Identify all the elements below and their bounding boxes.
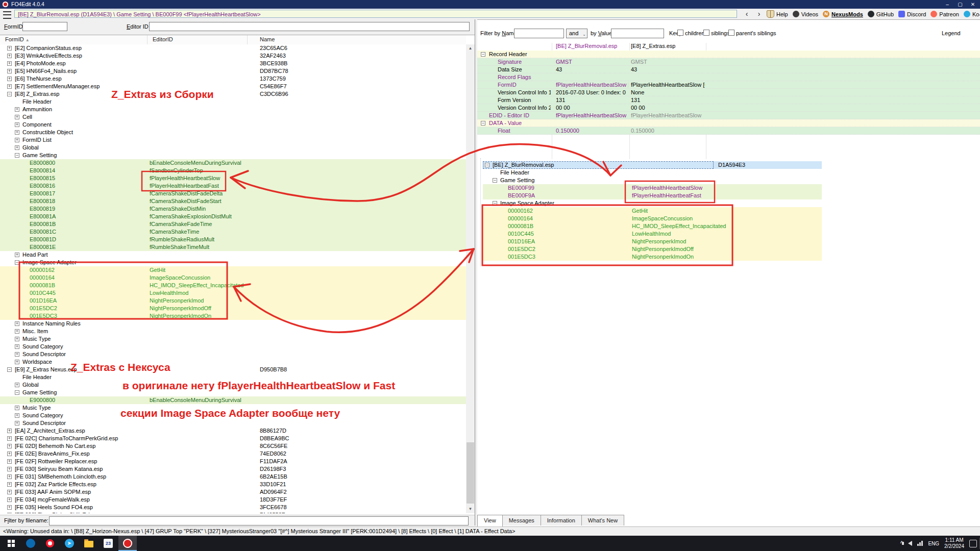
- expand-icon[interactable]: +: [15, 383, 19, 387]
- tree-row[interactable]: File Header: [0, 373, 466, 381]
- tree-row[interactable]: +Worldspace: [0, 358, 466, 366]
- tree-row[interactable]: +[FE 030] Seiryuu Beam Katana.espD26198F…: [0, 465, 466, 473]
- tree-row[interactable]: +[FE 02F] Rottweiler Replacer.espF11DAF2…: [0, 458, 466, 465]
- tree-row[interactable]: +Constructible Object: [0, 129, 466, 136]
- tab-what-s-new[interactable]: What's New: [581, 515, 624, 525]
- tree-row[interactable]: +[FE 035] Heels Sound FO4.esp3FCE6678: [0, 504, 466, 511]
- collapse-icon[interactable]: −: [15, 153, 19, 158]
- maximize-button[interactable]: ▢: [954, 1, 966, 8]
- tree-row[interactable]: +Sound Descriptor: [0, 419, 466, 427]
- tree-row[interactable]: −[E8] Z_Extras.espC3DC6B96: [0, 90, 466, 98]
- record-row[interactable]: EDID - Editor IDfPlayerHealthHeartbeatSl…: [477, 112, 980, 119]
- tree-row[interactable]: +[FE 033] AAF Anim SOPM.espAD0964F2: [0, 488, 466, 496]
- collapse-icon[interactable]: −: [493, 178, 497, 183]
- expand-icon[interactable]: +: [15, 344, 19, 349]
- tab-messages[interactable]: Messages: [502, 515, 541, 525]
- toolbar-link-videos[interactable]: Videos: [793, 11, 818, 17]
- tree-row[interactable]: 00000164ImageSpaceConcussion: [0, 274, 466, 282]
- volume-icon[interactable]: [908, 541, 912, 546]
- tree-row[interactable]: 00000162GetHit: [0, 266, 466, 274]
- column-header-formid[interactable]: FormID ▲: [5, 36, 30, 42]
- tree-row[interactable]: 001E5DC3NightPersonperkImodOn: [0, 312, 466, 320]
- record-row[interactable]: FormIDfPlayerHealthHeartbeatSlow [G...fP…: [477, 81, 980, 89]
- tree-row[interactable]: +Sound Descriptor: [0, 350, 466, 358]
- tree-row[interactable]: +Music Type: [0, 404, 466, 412]
- tree-row[interactable]: File Header: [0, 98, 466, 106]
- expand-icon[interactable]: +: [15, 145, 19, 150]
- expand-icon[interactable]: +: [7, 505, 12, 510]
- tab-view[interactable]: View: [477, 515, 503, 527]
- tree-row[interactable]: +[E4] PhotoMode.esp3BCE938B: [0, 60, 466, 67]
- pasted-tree-row[interactable]: −Image Space Adapter: [0, 199, 980, 207]
- record-column-plugin-1[interactable]: [BE] Z_BlurRemoval.esp: [556, 43, 617, 49]
- nav-back-button[interactable]: ‹: [741, 9, 752, 18]
- tree-row[interactable]: +[FE 02D] Behemoth No Cart.esp8C6C56FE: [0, 442, 466, 450]
- tree-row[interactable]: +Component: [0, 121, 466, 129]
- tree-row[interactable]: +[FE 032] Zaz Particle Effects.esp33D10F…: [0, 481, 466, 488]
- minimize-button[interactable]: –: [941, 1, 953, 8]
- expand-icon[interactable]: +: [7, 54, 12, 58]
- collapse-icon[interactable]: −: [15, 390, 19, 395]
- pasted-tree-row[interactable]: 0000081BHC_IMOD_SleepEffect_Incapacitate…: [0, 222, 980, 230]
- pasted-tree-row[interactable]: 00000164ImageSpaceConcussion: [0, 215, 980, 222]
- expand-icon[interactable]: +: [7, 444, 12, 448]
- filename-filter-input[interactable]: [49, 516, 469, 525]
- expand-icon[interactable]: +: [7, 429, 12, 433]
- tree-row[interactable]: +Global: [0, 144, 466, 152]
- collapse-icon[interactable]: −: [7, 92, 12, 96]
- tree-row[interactable]: −Game Setting: [0, 389, 466, 396]
- pasted-tree-row[interactable]: −[BE] Z_BlurRemoval.espD1A594E3: [0, 161, 980, 169]
- expand-icon[interactable]: +: [15, 337, 19, 341]
- app-blue[interactable]: [21, 536, 40, 551]
- column-header-name[interactable]: Name: [260, 36, 275, 42]
- pasted-tree-row[interactable]: BE000F9AfPlayerHealthHeartbeatFast: [0, 192, 980, 199]
- opera-browser[interactable]: [41, 536, 59, 551]
- fo4edit[interactable]: [118, 536, 137, 551]
- record-row[interactable]: Form Version131131: [477, 96, 980, 104]
- expand-icon[interactable]: +: [15, 421, 19, 425]
- nav-forward-button[interactable]: ›: [753, 9, 765, 18]
- collapse-icon[interactable]: −: [493, 201, 497, 206]
- network-icon[interactable]: [917, 541, 923, 546]
- expand-icon[interactable]: +: [15, 122, 19, 127]
- pasted-tree-row[interactable]: File Header: [0, 169, 980, 177]
- tree-row[interactable]: +[EA] Z_Architect_Extras.esp8B86127D: [0, 427, 466, 435]
- expand-icon[interactable]: +: [7, 482, 12, 487]
- expand-icon[interactable]: +: [7, 84, 12, 89]
- tree-row[interactable]: +Music Type: [0, 335, 466, 343]
- pasted-tree-row[interactable]: 00000162GetHit: [0, 207, 980, 215]
- record-row[interactable]: Data Size4343: [477, 66, 980, 73]
- tree-row[interactable]: +Sound Category: [0, 343, 466, 350]
- tree-row[interactable]: 001D16EANightPersonperkImod: [0, 297, 466, 305]
- tree-row[interactable]: 0010C445LowHealthImod: [0, 289, 466, 297]
- collapse-icon[interactable]: −: [481, 121, 485, 126]
- column-header-editorid[interactable]: EditorID: [153, 36, 173, 42]
- tree-row[interactable]: +[FE 034] mcgFemaleWalk.esp18D3F7EF: [0, 496, 466, 504]
- tree-row[interactable]: −Game Setting: [0, 152, 466, 159]
- tab-information[interactable]: Information: [541, 515, 582, 525]
- collapse-icon[interactable]: −: [485, 163, 489, 167]
- filter-operator-select[interactable]: and⌄: [566, 29, 587, 38]
- expand-icon[interactable]: +: [15, 115, 19, 119]
- expand-icon[interactable]: +: [15, 406, 19, 410]
- expand-icon[interactable]: +: [7, 61, 12, 66]
- tree-row[interactable]: 001E5DC2NightPersonperkImodOff: [0, 305, 466, 312]
- expand-icon[interactable]: +: [15, 138, 19, 142]
- record-row[interactable]: Version Control Info 12016-07-03 User: 0…: [477, 89, 980, 96]
- expand-icon[interactable]: +: [7, 69, 12, 73]
- tree-column-headers[interactable]: FormID ▲ EditorID Name: [0, 35, 466, 45]
- tree-row[interactable]: E9000800bEnableConsoleMenuDuringSurvival: [0, 396, 466, 404]
- taskbar-clock[interactable]: 1:11 AM 2/2/2024: [944, 537, 964, 549]
- legend-link[interactable]: Legend: [942, 30, 961, 36]
- language-indicator[interactable]: ENG: [928, 541, 939, 546]
- toolbar-link-ko-fi[interactable]: Ko-Fi: [964, 11, 980, 17]
- record-row[interactable]: Record Flags: [477, 73, 980, 81]
- checkbox-children[interactable]: [677, 30, 683, 36]
- collapse-icon[interactable]: −: [7, 367, 12, 372]
- toolbar-link-github[interactable]: GitHub: [868, 11, 894, 17]
- expand-icon[interactable]: +: [7, 490, 12, 494]
- start-button[interactable]: [2, 536, 20, 551]
- record-row[interactable]: Float0.1500000.150000: [477, 127, 980, 135]
- tree-row[interactable]: +[E7] SettlementMenuManager.espC54E86F7: [0, 83, 466, 90]
- expand-icon[interactable]: +: [15, 329, 19, 334]
